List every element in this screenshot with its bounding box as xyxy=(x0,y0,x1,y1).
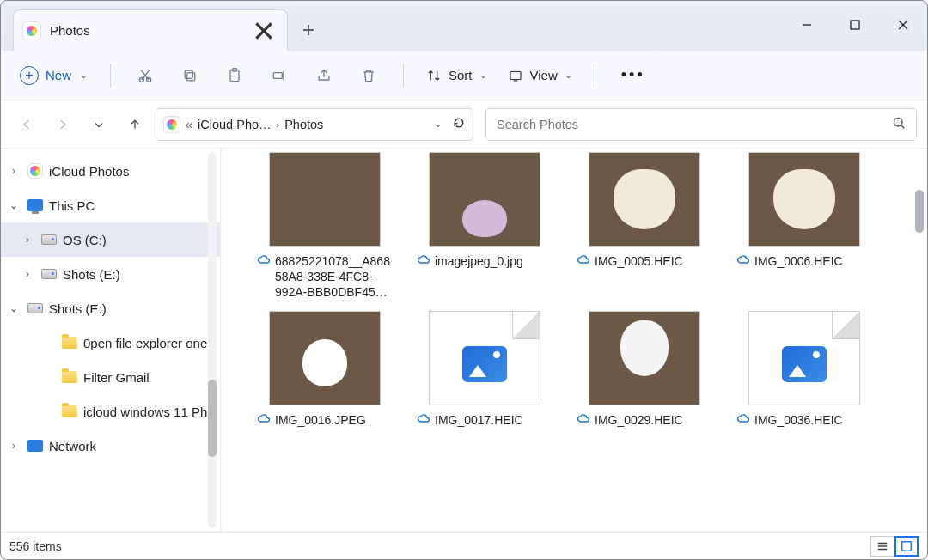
sidebar-item-5[interactable]: 0pen file explorer oned xyxy=(1,326,220,360)
sidebar-item-label: Shots (E:) xyxy=(49,301,107,316)
sidebar-item-0[interactable]: ›iCloud Photos xyxy=(1,154,220,188)
sidebar-item-label: 0pen file explorer oned xyxy=(83,336,215,350)
content-area: 68825221078__A86858A8-338E-4FC8-992A-BBB… xyxy=(221,149,927,532)
expander-icon[interactable]: › xyxy=(20,234,35,246)
expander-icon[interactable]: ⌄ xyxy=(6,302,21,314)
body: ›iCloud Photos⌄This PC›OS (C:)›Shots (E:… xyxy=(1,149,927,532)
scrollbar-thumb[interactable] xyxy=(208,380,217,457)
scrollbar-thumb[interactable] xyxy=(915,190,924,233)
expander-icon[interactable]: › xyxy=(6,440,21,452)
titlebar: Photos xyxy=(1,1,927,51)
sidebar-item-2[interactable]: ›OS (C:) xyxy=(1,222,220,257)
svg-rect-8 xyxy=(510,71,521,79)
file-thumbnail xyxy=(429,152,540,247)
tab-close-button[interactable] xyxy=(253,20,275,42)
forward-button[interactable] xyxy=(47,109,78,140)
file-thumbnail xyxy=(748,311,860,405)
paste-button[interactable] xyxy=(214,58,255,93)
expander-icon[interactable]: ⌄ xyxy=(6,199,21,211)
file-name: IMG_0005.HEIC xyxy=(595,253,683,269)
copy-button[interactable] xyxy=(169,58,211,93)
close-button[interactable] xyxy=(879,4,927,46)
recent-button[interactable] xyxy=(83,109,114,140)
breadcrumb-seg1[interactable]: iCloud Pho… xyxy=(198,118,271,131)
sidebar-item-6[interactable]: Filter Gmail xyxy=(1,360,220,394)
sidebar-item-label: iCloud Photos xyxy=(49,164,129,179)
file-thumbnail xyxy=(269,152,381,247)
new-button[interactable]: + New ⌄ xyxy=(11,63,96,88)
rename-button[interactable] xyxy=(259,58,300,93)
svg-point-9 xyxy=(894,118,902,126)
tab-photos[interactable]: Photos xyxy=(13,9,288,51)
minimize-button[interactable] xyxy=(783,4,831,46)
sort-button[interactable]: Sort ⌄ xyxy=(418,64,496,87)
cloud-icon xyxy=(576,253,591,269)
maximize-button[interactable] xyxy=(831,4,879,46)
file-item[interactable]: imagejpeg_0.jpg xyxy=(405,152,565,301)
cloud-icon xyxy=(736,412,751,428)
more-button[interactable]: ••• xyxy=(609,66,657,84)
icons-view-button[interactable] xyxy=(894,536,919,557)
sidebar: ›iCloud Photos⌄This PC›OS (C:)›Shots (E:… xyxy=(1,149,221,532)
statusbar: 556 items xyxy=(1,532,927,559)
file-name: IMG_0017.HEIC xyxy=(435,412,523,428)
window-controls xyxy=(783,1,927,51)
drive-icon xyxy=(40,231,58,248)
monitor-icon xyxy=(27,197,44,214)
breadcrumb-seg2[interactable]: Photos xyxy=(284,118,323,131)
sidebar-item-4[interactable]: ⌄Shots (E:) xyxy=(1,291,220,326)
network-icon xyxy=(27,437,44,454)
file-name: IMG_0006.HEIC xyxy=(754,253,843,269)
expander-icon[interactable]: › xyxy=(6,165,21,177)
details-view-button[interactable] xyxy=(870,536,894,557)
sidebar-item-7[interactable]: icloud windows 11 Pho xyxy=(1,394,220,429)
file-item[interactable]: IMG_0017.HEIC xyxy=(405,311,565,428)
file-name: IMG_0036.HEIC xyxy=(754,412,843,428)
explorer-window: Photos + New ⌄ Sort ⌄ xyxy=(0,0,928,560)
back-button[interactable] xyxy=(11,109,42,140)
cloud-icon xyxy=(256,412,272,428)
content-scrollbar[interactable] xyxy=(912,154,924,527)
folder-icon xyxy=(61,403,78,420)
tab-title: Photos xyxy=(50,23,244,38)
cut-button[interactable] xyxy=(125,58,166,93)
sidebar-item-8[interactable]: ›Network xyxy=(1,429,220,463)
file-name: IMG_0016.JPEG xyxy=(275,412,366,428)
up-button[interactable] xyxy=(119,109,150,140)
delete-button[interactable] xyxy=(348,58,389,93)
file-item[interactable]: IMG_0016.JPEG xyxy=(245,311,405,428)
folder-icon xyxy=(61,368,78,386)
svg-rect-4 xyxy=(185,70,192,78)
view-button[interactable]: View ⌄ xyxy=(499,64,581,87)
search-box[interactable] xyxy=(485,108,917,141)
address-dropdown[interactable]: ⌄ xyxy=(429,119,447,130)
file-item[interactable]: IMG_0029.HEIC xyxy=(565,311,724,428)
expander-icon[interactable]: › xyxy=(20,268,35,280)
file-thumbnail xyxy=(589,311,700,405)
navbar: « iCloud Pho… › Photos ⌄ xyxy=(1,100,927,149)
cloud-icon xyxy=(256,253,272,301)
sidebar-scrollbar[interactable] xyxy=(205,152,220,528)
cloud-icon xyxy=(416,412,431,428)
chevron-right-icon: › xyxy=(277,119,280,130)
file-item[interactable]: IMG_0005.HEIC xyxy=(565,152,724,301)
sidebar-item-1[interactable]: ⌄This PC xyxy=(1,188,220,222)
svg-rect-10 xyxy=(902,541,912,551)
separator xyxy=(403,64,404,88)
file-item[interactable]: 68825221078__A86858A8-338E-4FC8-992A-BBB… xyxy=(245,152,405,301)
chevron-down-icon: ⌄ xyxy=(479,70,487,81)
search-icon xyxy=(892,116,906,132)
sidebar-item-3[interactable]: ›Shots (E:) xyxy=(1,257,220,291)
svg-rect-7 xyxy=(273,72,282,78)
address-bar[interactable]: « iCloud Pho… › Photos ⌄ xyxy=(156,108,473,141)
file-thumbnail xyxy=(748,152,860,247)
file-item[interactable]: IMG_0036.HEIC xyxy=(724,311,884,428)
file-name: IMG_0029.HEIC xyxy=(595,412,683,428)
drive-icon xyxy=(40,265,58,283)
file-item[interactable]: IMG_0006.HEIC xyxy=(724,152,884,301)
search-input[interactable] xyxy=(497,118,892,131)
refresh-button[interactable] xyxy=(452,116,466,132)
share-button[interactable] xyxy=(303,58,345,93)
file-name: 68825221078__A86858A8-338E-4FC8-992A-BBB… xyxy=(275,253,394,301)
new-tab-button[interactable] xyxy=(288,9,329,51)
